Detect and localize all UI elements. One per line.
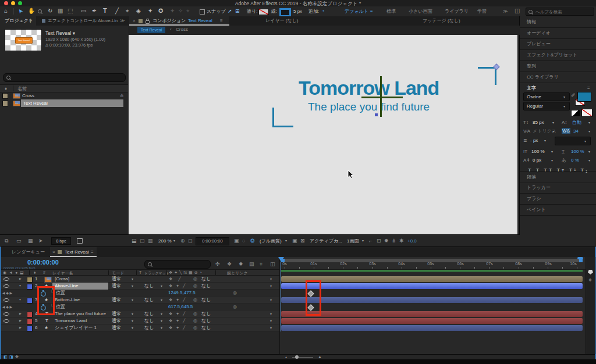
tab-layer[interactable]: レイヤー (なし) [265, 18, 299, 24]
layer-bar-above-line[interactable] [281, 283, 583, 289]
layer-name[interactable]: Bottom-Line [55, 297, 80, 303]
grid-guides-icon[interactable]: ⊕ [180, 238, 185, 244]
no-color-swatch[interactable] [581, 109, 593, 117]
tab-footage[interactable]: フッテージ (なし) [423, 18, 460, 24]
property-value[interactable]: 1249.5,477.5 [168, 290, 196, 296]
chevron-down-icon[interactable]: ▾ [270, 277, 272, 281]
mask-toggle-icon[interactable]: ◻ [188, 238, 192, 244]
timeline-graph-area[interactable]: 0s 01s 02s 03s 04s 05s 06s 07s 08s 09s 1… [279, 257, 591, 354]
type-tool-icon[interactable]: T [103, 8, 107, 13]
parent-pickwhip-icon[interactable]: ◎ [193, 276, 197, 282]
always-preview-icon[interactable]: ⬓ [132, 238, 137, 244]
add-icon[interactable]: ◔ [321, 8, 324, 14]
composition-canvas[interactable]: Tomorrow Land The place you find future [129, 35, 517, 234]
adjust-icon[interactable]: ➤ [38, 238, 43, 244]
layer-row[interactable]: ▶ 1 [Cross] 通常 ▾ ❖ ╱ ◎ なし ▾ [1, 276, 279, 283]
parent-select[interactable]: なし [201, 276, 211, 282]
zoom-in-icon[interactable]: ▲ [318, 355, 322, 359]
main-display-icon[interactable]: ▢ [140, 238, 145, 244]
label-color-swatch[interactable] [27, 277, 33, 283]
label-column-icon[interactable]: ♦ [5, 86, 7, 92]
project-item-text-reveal[interactable]: Text Reveal [0, 99, 128, 107]
viewer-timecode[interactable]: 0:00:00:00 [196, 237, 229, 245]
chevron-down-icon[interactable]: ▾ [161, 326, 162, 330]
close-icon[interactable]: × [133, 18, 136, 24]
comp-marker-button[interactable] [588, 270, 593, 274]
collapse-arrow-icon[interactable]: ▼ [19, 298, 22, 301]
layer-switches[interactable]: ❖ ✦ ╱ [169, 326, 186, 330]
horizontal-scroll-fragment[interactable] [577, 257, 583, 259]
panel-header-audio[interactable]: オーディオ [520, 27, 596, 39]
panel-header-align[interactable]: 整列 [520, 60, 596, 72]
playhead-marker[interactable] [278, 257, 284, 262]
tsume-value[interactable]: 0 % [571, 158, 579, 163]
font-family-select[interactable]: Oscine ▾ [523, 92, 570, 101]
chevron-down-icon[interactable]: ▾ [270, 326, 272, 330]
chevron-down-icon[interactable]: ▾ [161, 284, 162, 288]
blend-mode-select[interactable]: 通常 [112, 325, 121, 331]
layer-switches[interactable]: ❖ ✦ ╱ [169, 284, 186, 288]
layer-row[interactable]: ▶ 6 ★ シェイプレイヤー 1 通常 ▾ なし ▾ ❖ ✦ ╱ ◎ なし ▾ [1, 324, 279, 331]
graph-editor-icon[interactable]: ◫ [270, 261, 275, 267]
blend-mode-select[interactable]: 通常 [112, 276, 121, 282]
panel-header-info[interactable]: 情報 [520, 16, 596, 28]
track-matte-select[interactable]: なし [144, 283, 154, 289]
workspace-menu-icon[interactable]: ≡ [370, 9, 373, 15]
panel-header-preview[interactable]: プレビュー [520, 38, 596, 50]
workspace-learn[interactable]: 学習 [477, 9, 487, 15]
chevron-down-icon[interactable]: ▾ [161, 319, 162, 323]
track-matte-select[interactable]: なし [144, 311, 154, 317]
blend-mode-select[interactable]: 通常 [112, 283, 121, 289]
motion-blur-icon[interactable]: ⌗ [260, 261, 262, 267]
eye-icon[interactable] [3, 277, 9, 281]
workspace-small-screen[interactable]: 小さい画面 [409, 9, 432, 15]
zoom-tool-icon[interactable] [38, 9, 42, 13]
layer-switches[interactable]: ❖ ╱ [169, 277, 183, 281]
chevron-down-icon[interactable]: ▾ [588, 158, 590, 163]
label-color-swatch[interactable] [27, 326, 33, 331]
resolution-value[interactable]: (フル画質) [260, 238, 282, 244]
playhead-line[interactable] [281, 262, 281, 331]
tab-project[interactable]: プロジェクト ≡ [0, 16, 36, 26]
composition-mini-flowchart-icon[interactable]: ✣ [215, 261, 220, 267]
pan-behind-tool-icon[interactable]: ⬚ [68, 8, 73, 14]
parent-select[interactable]: なし [201, 311, 211, 317]
name-column-header[interactable]: 名前 [17, 86, 27, 92]
parent-pickwhip-icon[interactable]: ◎ [193, 297, 197, 303]
exposure-value[interactable]: +0.0 [407, 238, 417, 244]
resolution-chevron-icon[interactable]: ▾ [285, 238, 287, 243]
layer-row[interactable]: ▶ 5 T Tomorrow Land 通常 ▾ なし ▾ ❖ ✦ ╱ ◎ なし… [1, 317, 279, 324]
expand-arrow-icon[interactable]: ▶ [19, 319, 22, 322]
zoom-out-icon[interactable]: ▴ [285, 355, 287, 359]
vertical-scale-value[interactable]: 100 % [531, 149, 545, 155]
pixel-aspect-icon[interactable]: ⌐ [369, 238, 372, 244]
timeline-zoom-handle[interactable] [295, 355, 299, 359]
stroke-label[interactable]: 線: [271, 9, 277, 15]
chevron-down-icon[interactable]: ▾ [132, 326, 133, 330]
expand-in-point-icon[interactable]: ◧ [3, 355, 8, 359]
label-column-icon[interactable]: ♦ [34, 270, 36, 274]
draft-3d-icon[interactable]: ❖ [227, 261, 232, 267]
layer-bar-bottom-line[interactable] [281, 297, 583, 303]
project-search-box[interactable] [3, 73, 126, 82]
parent-select[interactable]: なし [201, 283, 211, 289]
expand-arrow-icon[interactable]: ▶ [19, 326, 22, 329]
timeline-search-box[interactable] [144, 260, 211, 269]
layer-name[interactable]: シェイプレイヤー 1 [55, 325, 97, 331]
parent-select[interactable]: なし [201, 297, 211, 303]
workspace-libraries[interactable]: ライブラリ [445, 9, 469, 15]
project-item-name[interactable]: Text Reveal [23, 101, 48, 106]
workspace-overflow-icon[interactable]: ≫ [503, 9, 508, 15]
font-size-value[interactable]: 85 px [533, 120, 544, 126]
chevron-down-icon[interactable]: ▾ [552, 120, 554, 125]
breadcrumb-current[interactable]: Text Reveal [137, 27, 165, 33]
tab-timeline-comp[interactable]: × Text Reveal ≡ [50, 247, 97, 257]
project-tab-overflow-icon[interactable]: ≫ [120, 18, 125, 24]
panel-header-paragraph[interactable]: 段落 [520, 171, 596, 183]
chevron-down-icon[interactable]: ▾ [588, 129, 590, 134]
parent-select[interactable]: なし [201, 318, 211, 324]
fill-color-swatch[interactable] [577, 92, 591, 102]
lock-icon[interactable] [146, 20, 150, 24]
layer-name[interactable]: The place you find future [55, 311, 106, 317]
camera-tool-icon[interactable]: ▥ [58, 8, 63, 14]
